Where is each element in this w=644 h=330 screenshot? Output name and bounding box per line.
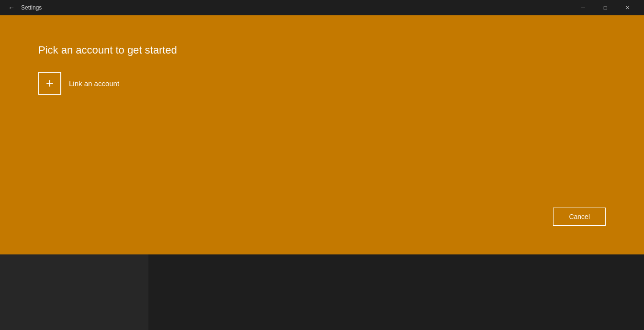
maximize-button[interactable]: □ <box>594 0 616 15</box>
pick-account-overlay: Pick an account to get started + Link an… <box>0 15 644 254</box>
app-title: Settings <box>21 4 42 11</box>
titlebar: ← Settings ─ □ ✕ <box>0 0 644 15</box>
link-account-label: Link an account <box>69 79 119 88</box>
cancel-button[interactable]: Cancel <box>553 208 606 226</box>
minimize-button[interactable]: ─ <box>572 0 594 15</box>
back-button[interactable]: ← <box>6 2 17 13</box>
link-account-row[interactable]: + Link an account <box>38 72 119 95</box>
link-account-icon: + <box>38 72 61 95</box>
window-controls: ─ □ ✕ <box>572 0 638 15</box>
overlay-title: Pick an account to get started <box>38 44 177 56</box>
close-button[interactable]: ✕ <box>616 0 638 15</box>
cancel-button-row: Cancel <box>38 208 606 226</box>
